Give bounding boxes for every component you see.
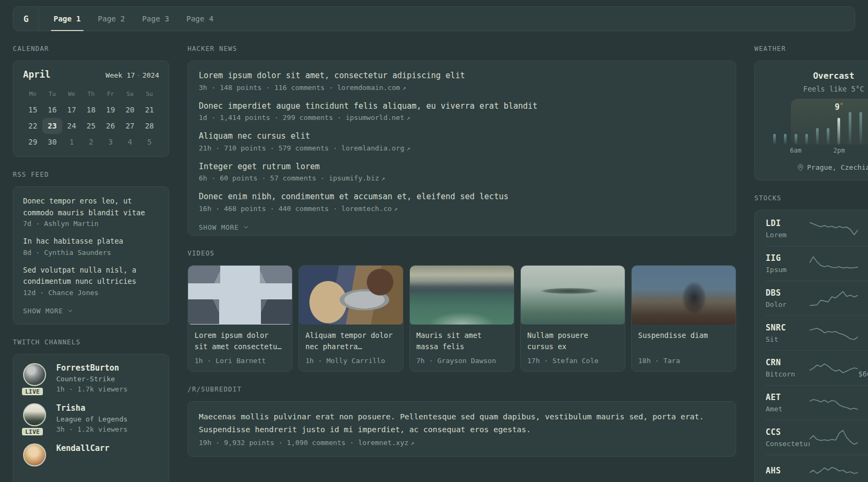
stock-identity: IIG Ipsum bbox=[766, 253, 810, 274]
rss-section-label: RSS FEED bbox=[13, 171, 169, 178]
stock-name: Amet bbox=[766, 405, 810, 413]
weather-condition: Overcast bbox=[764, 71, 868, 81]
weather-bar bbox=[859, 112, 862, 145]
top-bar: G Page 1 Page 2 Page 3 Page 4 bbox=[13, 6, 855, 31]
page-tab[interactable]: Page 2 bbox=[98, 7, 125, 31]
calendar-weekday: Th bbox=[81, 87, 101, 102]
stock-sparkline bbox=[810, 254, 858, 273]
rss-show-more-button[interactable]: SHOW MORE bbox=[23, 307, 73, 315]
twitch-channel-info: KendallCarr bbox=[56, 443, 109, 466]
hackernews-post-title[interactable]: Lorem ipsum dolor sit amet, consectetur … bbox=[199, 70, 725, 82]
page-tab[interactable]: Page 1 bbox=[54, 7, 81, 31]
video-card[interactable]: Nullam posuere cursus ex 17h · Stefan Co… bbox=[520, 265, 625, 372]
hackernews-post-domain: loremtech.co bbox=[341, 205, 392, 213]
calendar-day: 17 bbox=[62, 102, 81, 118]
video-card[interactable]: Aliquam tempor dolor nec pharetra… 1h · … bbox=[298, 265, 403, 372]
stock-change: +0.46% bbox=[858, 466, 868, 475]
calendar-week: Week 17 bbox=[106, 71, 135, 79]
weather-section: WEATHER Overcast Feels like 5°C 9° bbox=[754, 45, 868, 180]
stock-change: +0.92% bbox=[858, 393, 868, 402]
hackernews-post-stats: 3h · 148 points · 116 comments · bbox=[199, 84, 337, 92]
calendar-days-grid: 15 16 17 18 19 20 21 bbox=[23, 102, 159, 150]
twitch-channel-info: ForrestBurton Counter-Strike 1h · 1.7k v… bbox=[56, 363, 128, 393]
calendar-day: 5 bbox=[140, 134, 159, 150]
hackernews-show-more-button[interactable]: SHOW MORE bbox=[199, 223, 249, 231]
stock-values: +0.51% $165.84 bbox=[858, 428, 868, 448]
video-card-body: Aliquam tempor dolor nec pharetra… 1h · … bbox=[299, 325, 403, 371]
stock-identity: AHS bbox=[766, 466, 810, 478]
subreddit-post: Maecenas mollis pulvinar erat non posuer… bbox=[199, 411, 725, 447]
calendar-day: 22 bbox=[23, 118, 42, 134]
hackernews-post-title[interactable]: Integer eget rutrum lorem bbox=[199, 161, 725, 173]
hackernews-post-title[interactable]: Donec imperdiet augue tincidunt felis al… bbox=[199, 100, 725, 112]
page-tab[interactable]: Page 4 bbox=[186, 7, 214, 31]
calendar-day: 23 bbox=[42, 118, 62, 134]
video-thumbnail[interactable] bbox=[521, 266, 625, 325]
hackernews-post-domain-link[interactable]: ipsumworld.net↗ bbox=[346, 114, 410, 122]
video-card[interactable]: Mauris sit amet massa felis 7h · Grayson… bbox=[409, 265, 514, 372]
rss-item: Donec tempor eros leo, ut commodo mauris… bbox=[23, 195, 159, 228]
video-card[interactable]: Suspendisse diam 18h · Tara bbox=[631, 265, 736, 372]
hackernews-post-title[interactable]: Aliquam nec cursus elit bbox=[199, 130, 725, 142]
twitch-avatar-wrap bbox=[23, 443, 48, 466]
video-thumbnail[interactable] bbox=[188, 266, 292, 325]
hackernews-post-title[interactable]: Donec enim nibh, condimentum et accumsan… bbox=[199, 191, 725, 203]
twitch-channel[interactable]: LIVE ForrestBurton Counter-Strike 1h · 1… bbox=[23, 363, 159, 393]
stocks-section: STOCKS LDI Lorem +4.35% $795.18 bbox=[754, 194, 868, 482]
subreddit-post-title[interactable]: Maecenas mollis pulvinar erat non posuer… bbox=[199, 411, 725, 436]
calendar-header: April Week 17·2024 bbox=[23, 69, 159, 80]
page-tab[interactable]: Page 3 bbox=[142, 7, 169, 31]
avatar bbox=[23, 403, 46, 426]
video-title[interactable]: Lorem ipsum dolor sit amet consectetu… bbox=[194, 330, 286, 353]
stock-change: +2.84% bbox=[858, 254, 868, 262]
rss-item-title[interactable]: In hac habitasse platea bbox=[23, 236, 159, 247]
calendar-widget: April Week 17·2024 Mo Tu We bbox=[13, 61, 169, 157]
stock-row: LDI Lorem +4.35% $795.18 bbox=[766, 212, 868, 246]
hackernews-post-stats: 21h · 710 points · 579 comments · bbox=[199, 144, 341, 152]
video-title[interactable]: Mauris sit amet massa felis bbox=[416, 330, 507, 353]
stock-name: Consectetur bbox=[766, 440, 810, 448]
stock-identity: CCS Consectetur bbox=[766, 427, 810, 448]
twitch-section-label: TWITCH CHANNELS bbox=[13, 338, 169, 346]
video-card-body: Nullam posuere cursus ex 17h · Stefan Co… bbox=[521, 325, 625, 371]
weather-bar bbox=[795, 134, 797, 145]
video-title[interactable]: Nullam posuere cursus ex bbox=[527, 330, 618, 353]
rss-item-title[interactable]: Donec tempor eros leo, ut commodo mauris… bbox=[23, 195, 159, 219]
calendar-weekday: Tu bbox=[42, 87, 62, 102]
twitch-channel[interactable]: LIVE Trisha League of Legends 3h · 1.2k … bbox=[23, 403, 159, 433]
hackernews-post-meta: 3h · 148 points · 116 comments · loremdo… bbox=[199, 84, 725, 92]
twitch-channel[interactable]: KendallCarr bbox=[23, 443, 159, 466]
hackernews-post-domain-link[interactable]: loremdomain.com↗ bbox=[337, 84, 406, 92]
video-card[interactable]: Lorem ipsum dolor sit amet consectetu… 1… bbox=[188, 265, 293, 372]
twitch-channel-name[interactable]: Trisha bbox=[56, 403, 128, 413]
hackernews-post-domain-link[interactable]: loremlandia.org↗ bbox=[341, 144, 410, 152]
video-title[interactable]: Aliquam tempor dolor nec pharetra… bbox=[305, 330, 396, 353]
stock-price: $795.18 bbox=[858, 230, 868, 239]
weather-location-text: Prague, Czechia bbox=[807, 163, 868, 171]
app-logo[interactable]: G bbox=[13, 7, 39, 31]
video-thumbnail[interactable] bbox=[632, 266, 736, 325]
video-thumbnail[interactable] bbox=[299, 266, 403, 325]
hackernews-post-domain-link[interactable]: loremtech.co↗ bbox=[341, 205, 398, 213]
video-card-body: Suspendisse diam 18h · Tara bbox=[632, 325, 736, 371]
twitch-channel-game: League of Legends bbox=[56, 415, 128, 423]
weather-chart: 9° bbox=[769, 99, 868, 155]
twitch-channel-name[interactable]: KendallCarr bbox=[56, 443, 109, 453]
stock-identity: DBS Dolor bbox=[766, 288, 810, 308]
stocks-widget: LDI Lorem +4.35% $795.18 bbox=[754, 210, 868, 482]
hackernews-post-domain-link[interactable]: ipsumify.biz↗ bbox=[329, 174, 385, 182]
stock-name: Bitcorn bbox=[766, 370, 810, 378]
stock-price: $66,171.48 bbox=[858, 370, 868, 378]
video-title[interactable]: Suspendisse diam bbox=[638, 330, 729, 353]
subreddit-post-domain-link[interactable]: loremnet.xyz↗ bbox=[358, 439, 414, 447]
twitch-channel-name[interactable]: ForrestBurton bbox=[56, 363, 128, 373]
video-thumbnail[interactable] bbox=[410, 266, 514, 325]
stock-change: -1.00% bbox=[858, 358, 868, 367]
rss-item-title[interactable]: Sed volutpat nulla nisl, a condimentum n… bbox=[23, 265, 159, 288]
weather-bar bbox=[849, 112, 851, 145]
stock-identity: CRN Bitcorn bbox=[766, 358, 810, 378]
right-column: WEATHER Overcast Feels like 5°C 9° bbox=[754, 45, 868, 482]
stock-row: IIG Ipsum +2.84% $42.04 bbox=[766, 246, 868, 281]
calendar-day: 3 bbox=[101, 134, 120, 150]
avatar bbox=[23, 363, 46, 386]
